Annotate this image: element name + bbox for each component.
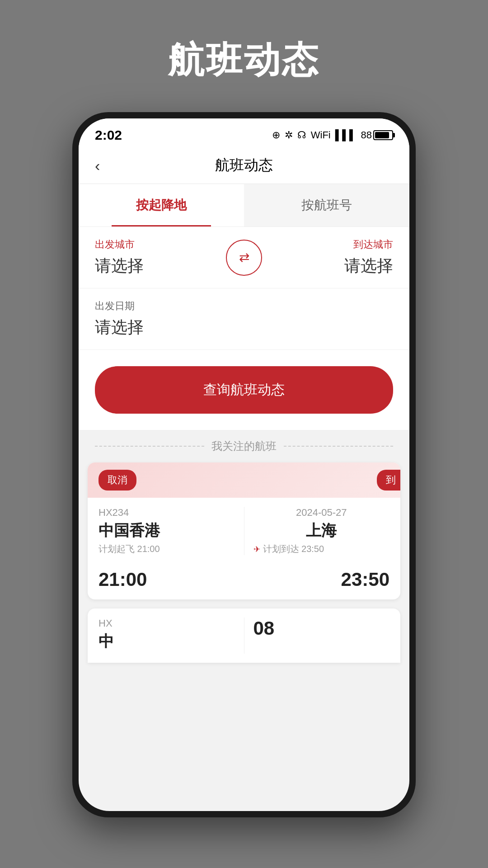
arrival-city-selector[interactable]: 到达城市 请选择 xyxy=(271,238,393,277)
flight-card-0[interactable]: 取消 到 HX234 中国香港 计划起飞 21:00 2024-05-27 xyxy=(88,462,400,599)
my-flights-divider: 我关注的航班 xyxy=(79,430,409,462)
arrival-city-0: 上海 xyxy=(253,520,390,541)
arrival-value: 请选择 xyxy=(271,255,393,277)
wifi-icon: WiFi xyxy=(311,129,331,141)
section-title: 我关注的航班 xyxy=(211,439,277,453)
phone-frame: 2:02 ⊕ ✲ ☊ WiFi ▌▌▌ 88 ‹ 航班动态 xyxy=(72,112,416,817)
page-bg-title: 航班动态 xyxy=(168,36,320,85)
arr-time-large-col: 23:50 xyxy=(244,569,389,590)
bluetooth-icon: ✲ xyxy=(285,129,293,141)
divider-line-right xyxy=(284,446,393,447)
departure-time-large-0: 21:00 xyxy=(99,569,147,590)
departure-city-0: 中国香港 xyxy=(99,520,235,541)
battery-level-text: 88 xyxy=(361,129,372,141)
dep-time-large-col: 21:00 xyxy=(99,569,244,590)
departure-city-selector[interactable]: 出发城市 请选择 xyxy=(95,238,217,277)
content-area: 按起降地 按航班号 出发城市 请选择 ⇄ 到 xyxy=(79,184,409,811)
search-button[interactable]: 查询航班动态 xyxy=(95,366,393,414)
partial-time: 08 xyxy=(253,618,390,639)
battery-indicator: 88 xyxy=(361,129,393,141)
status-time: 2:02 xyxy=(95,127,122,143)
swap-cities-button[interactable]: ⇄ xyxy=(226,240,262,276)
flight-card-body-0: HX234 中国香港 计划起飞 21:00 2024-05-27 上海 ✈ 计划… xyxy=(88,498,400,564)
arrival-time-label-0: ✈ 计划到达 23:50 xyxy=(253,543,390,555)
flight-status-badge-0: 取消 xyxy=(99,470,136,491)
search-card: 按起降地 按航班号 出发城市 请选择 ⇄ 到 xyxy=(79,184,409,430)
partial-time-col: 08 xyxy=(253,618,390,654)
battery-fill xyxy=(375,132,389,138)
departure-label: 出发城市 xyxy=(95,238,217,251)
tab-by-route[interactable]: 按起降地 xyxy=(79,184,244,226)
departure-value: 请选择 xyxy=(95,255,217,277)
back-button[interactable]: ‹ xyxy=(95,157,100,175)
nfc2-icon: ☊ xyxy=(297,129,306,141)
flight-card-partial[interactable]: HX 中 08 xyxy=(88,609,400,663)
time-row-0: 21:00 23:50 xyxy=(88,564,400,599)
departure-col-0: HX234 中国香港 计划起飞 21:00 xyxy=(99,507,244,555)
status-icons: ⊕ ✲ ☊ WiFi ▌▌▌ 88 xyxy=(272,129,393,141)
partial-col: HX 中 xyxy=(99,618,244,654)
flight-status-badge-right-0: 到 xyxy=(377,470,400,491)
nfc-icon: ⊕ xyxy=(272,129,280,141)
swap-icon-symbol: ⇄ xyxy=(239,250,249,265)
flight-date-0: 2024-05-27 xyxy=(253,507,390,519)
date-selector[interactable]: 出发日期 请选择 xyxy=(79,288,409,350)
flight-card-partial-body: HX 中 08 xyxy=(88,609,400,663)
phone-screen: 2:02 ⊕ ✲ ☊ WiFi ▌▌▌ 88 ‹ 航班动态 xyxy=(79,118,409,811)
tab-by-number[interactable]: 按航班号 xyxy=(244,184,409,226)
partial-flight-number: HX xyxy=(99,618,235,629)
flight-cards-list: 取消 到 HX234 中国香港 计划起飞 21:00 2024-05-27 xyxy=(79,462,409,609)
nav-title: 航班动态 xyxy=(215,156,273,175)
arrival-label: 到达城市 xyxy=(271,238,393,251)
signal-icon: ▌▌▌ xyxy=(335,129,357,141)
partial-city: 中 xyxy=(99,631,235,652)
nav-bar: ‹ 航班动态 xyxy=(79,147,409,184)
status-bar: 2:02 ⊕ ✲ ☊ WiFi ▌▌▌ 88 xyxy=(79,118,409,147)
date-label: 出发日期 xyxy=(95,299,393,313)
flight-card-header-0: 取消 到 xyxy=(88,462,400,498)
route-selector: 出发城市 请选择 ⇄ 到达城市 请选择 xyxy=(79,227,409,288)
date-col-0: 2024-05-27 上海 ✈ 计划到达 23:50 xyxy=(253,507,390,555)
tabs-container: 按起降地 按航班号 xyxy=(79,184,409,227)
divider-line-left xyxy=(95,446,204,447)
partial-card-container: HX 中 08 xyxy=(79,609,409,663)
battery-box xyxy=(373,130,393,140)
plane-icon-0: ✈ xyxy=(253,544,260,554)
departure-time-label-0: 计划起飞 21:00 xyxy=(99,543,235,555)
flight-number-0: HX234 xyxy=(99,507,235,519)
date-value: 请选择 xyxy=(95,316,393,339)
arrival-time-large-0: 23:50 xyxy=(341,569,389,590)
